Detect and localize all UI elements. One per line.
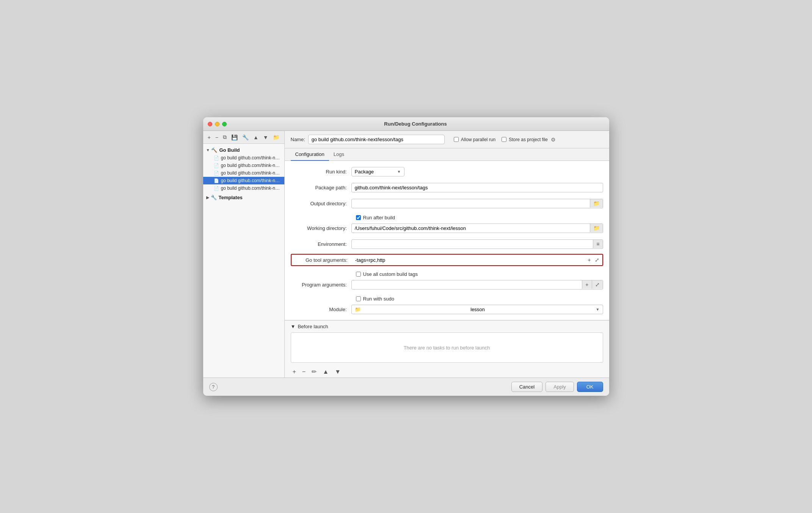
close-button[interactable] xyxy=(208,122,212,126)
program-args-field: + ⤢ xyxy=(351,280,603,290)
program-args-control: + ⤢ xyxy=(351,280,603,290)
program-args-add-button[interactable]: + xyxy=(582,280,591,289)
help-button[interactable]: ? xyxy=(209,383,218,391)
settings-config-button[interactable]: 🔧 xyxy=(241,134,250,141)
environment-browse-button[interactable]: ≡ xyxy=(593,240,602,248)
minimize-button[interactable] xyxy=(215,122,219,126)
move-down-button[interactable]: ▼ xyxy=(262,134,270,141)
program-args-expand-button[interactable]: ⤢ xyxy=(592,280,603,289)
allow-parallel-row: Allow parallel run xyxy=(454,137,495,142)
environment-input[interactable] xyxy=(352,240,593,249)
tree-item-2[interactable]: 📄 go build github.com/think-next/lesson/… xyxy=(203,169,284,177)
working-dir-row: Working directory: 📁 xyxy=(291,222,603,234)
run-kind-select[interactable]: Package ▼ xyxy=(351,167,404,176)
module-folder-icon: 📁 xyxy=(355,307,361,312)
maximize-button[interactable] xyxy=(222,122,227,126)
run-after-build-checkbox[interactable] xyxy=(356,215,361,220)
folder-button[interactable]: 📁 xyxy=(271,134,281,141)
save-config-button[interactable]: 💾 xyxy=(230,134,239,141)
config-section-main: Run kind: Package ▼ Package path: xyxy=(285,161,609,320)
before-launch-down-button[interactable]: ▼ xyxy=(333,368,343,376)
cancel-button[interactable]: Cancel xyxy=(511,382,542,392)
main-window: Run/Debug Configurations + − ⧉ 💾 🔧 ▲ ▼ 📁… xyxy=(203,117,609,396)
go-tool-args-expand-button[interactable]: ⤢ xyxy=(593,256,601,264)
before-launch-section: ▼ Before launch There are no tasks to ru… xyxy=(285,320,609,378)
environment-control: ≡ xyxy=(351,239,603,249)
run-kind-dropdown-icon: ▼ xyxy=(397,170,401,174)
run-with-sudo-label: Run with sudo xyxy=(363,296,394,302)
templates-group-header[interactable]: ▶ 🔧 Templates xyxy=(203,194,284,201)
tab-configuration[interactable]: Configuration xyxy=(291,148,329,161)
name-label: Name: xyxy=(291,137,305,142)
go-tool-args-wrap: + ⤢ xyxy=(352,256,602,264)
go-tool-args-add-button[interactable]: + xyxy=(586,256,592,264)
package-path-input[interactable] xyxy=(351,183,603,192)
tree-item-label-2: go build github.com/think-next/lesson/m xyxy=(221,170,281,176)
before-launch-edit-button[interactable]: ✏ xyxy=(310,367,318,376)
tree-item-4[interactable]: 📄 go build github.com/think-next/lesson/… xyxy=(203,184,284,192)
store-project-label: Store as project file xyxy=(509,137,548,142)
store-project-checkbox[interactable] xyxy=(502,137,506,142)
allow-parallel-checkbox[interactable] xyxy=(454,137,459,142)
tabs-row: Configuration Logs xyxy=(285,148,609,161)
module-select[interactable]: 📁 lesson ▼ xyxy=(351,305,603,314)
copy-config-button[interactable]: ⧉ xyxy=(221,133,228,141)
go-tool-args-input[interactable] xyxy=(352,256,586,264)
right-panel: Name: Allow parallel run Store as projec… xyxy=(285,131,609,378)
before-launch-header[interactable]: ▼ Before launch xyxy=(285,321,609,332)
go-build-group: ▼ 🔨 Go Build 📄 go build github.com/think… xyxy=(203,145,284,193)
before-launch-up-button[interactable]: ▲ xyxy=(321,368,331,376)
output-dir-browse-button[interactable]: 📁 xyxy=(590,199,603,208)
name-row: Name: Allow parallel run Store as projec… xyxy=(285,131,609,148)
tree-item-label-1: go build github.com/think-next/lesson/h xyxy=(221,163,281,168)
go-tool-args-actions: + ⤢ xyxy=(586,256,602,264)
go-build-group-icon: 🔨 xyxy=(211,147,217,153)
before-launch-title: Before launch xyxy=(298,324,328,329)
config-item-icon-3: 📄 xyxy=(214,178,219,183)
add-config-button[interactable]: + xyxy=(206,134,212,141)
use-custom-tags-checkbox[interactable] xyxy=(356,272,361,277)
run-with-sudo-checkbox[interactable] xyxy=(356,296,361,301)
store-project-gear-button[interactable]: ⚙ xyxy=(550,136,556,143)
before-launch-add-button[interactable]: + xyxy=(291,368,298,376)
config-panel: Run kind: Package ▼ Package path: xyxy=(285,161,609,378)
go-build-group-header[interactable]: ▼ 🔨 Go Build xyxy=(203,146,284,154)
templates-arrow: ▶ xyxy=(206,195,209,200)
move-up-button[interactable]: ▲ xyxy=(252,134,260,141)
working-dir-field: 📁 xyxy=(351,223,603,233)
ok-button[interactable]: OK xyxy=(577,382,603,392)
window-title: Run/Debug Configurations xyxy=(227,121,605,127)
output-dir-row: Output directory: 📁 xyxy=(291,197,603,209)
working-dir-label: Working directory: xyxy=(291,225,351,231)
output-dir-field: 📁 xyxy=(351,199,603,208)
bottom-actions: Cancel Apply OK xyxy=(511,382,603,392)
module-dropdown-icon: ▼ xyxy=(596,307,600,312)
before-launch-remove-button[interactable]: − xyxy=(300,368,307,376)
sidebar-toolbar: + − ⧉ 💾 🔧 ▲ ▼ 📁 ↕ xyxy=(203,131,284,144)
tree-item-3[interactable]: 📄 go build github.com/think-next/lesson/… xyxy=(203,177,284,184)
tree-item-0[interactable]: 📄 go build github.com/think-next/lesson/… xyxy=(203,154,284,162)
tab-logs[interactable]: Logs xyxy=(329,148,349,161)
program-args-input[interactable] xyxy=(352,280,582,289)
tree-item-label-0: go build github.com/think-next/lesson/c xyxy=(221,155,281,161)
templates-group: ▶ 🔧 Templates xyxy=(203,193,284,202)
program-args-row: Program arguments: + ⤢ xyxy=(291,279,603,291)
output-dir-input[interactable] xyxy=(352,199,590,208)
run-after-build-label: Run after build xyxy=(363,215,395,220)
no-tasks-text: There are no tasks to run before launch xyxy=(404,345,490,351)
program-args-label: Program arguments: xyxy=(291,282,351,288)
allow-parallel-label: Allow parallel run xyxy=(461,137,495,142)
tree-item-1[interactable]: 📄 go build github.com/think-next/lesson/… xyxy=(203,162,284,169)
name-input[interactable] xyxy=(308,135,445,144)
working-dir-browse-button[interactable]: 📁 xyxy=(590,224,603,232)
run-with-sudo-row: Run with sudo xyxy=(291,294,603,303)
apply-button[interactable]: Apply xyxy=(546,382,574,392)
templates-group-label: Templates xyxy=(219,195,243,200)
run-after-build-row: Run after build xyxy=(291,213,603,222)
use-custom-tags-row: Use all custom build tags xyxy=(291,270,603,279)
sidebar: + − ⧉ 💾 🔧 ▲ ▼ 📁 ↕ ▼ 🔨 Go Build xyxy=(203,131,285,378)
before-launch-toolbar: + − ✏ ▲ ▼ xyxy=(285,366,609,378)
package-path-label: Package path: xyxy=(291,185,351,190)
remove-config-button[interactable]: − xyxy=(214,134,220,141)
working-dir-input[interactable] xyxy=(352,224,590,233)
